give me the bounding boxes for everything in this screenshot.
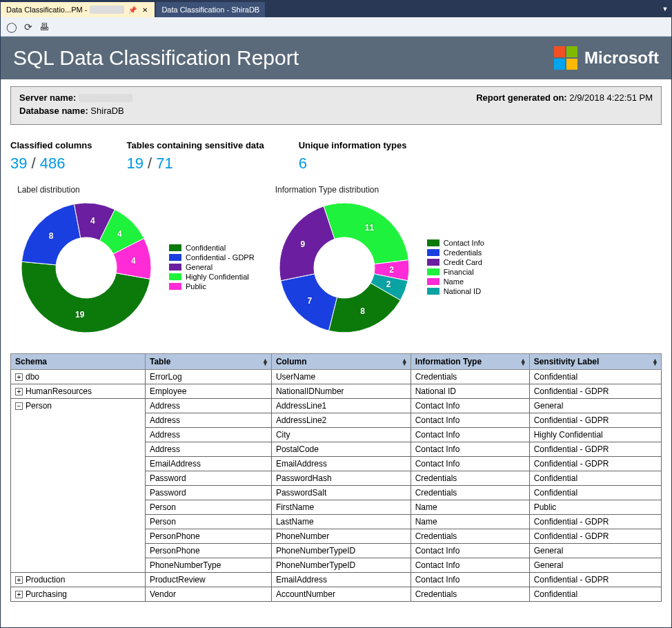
cell-table: ErrorLog xyxy=(145,370,271,384)
legend-swatch xyxy=(427,259,439,266)
cell-column: UserName xyxy=(271,370,411,384)
slice-value: 4 xyxy=(90,216,95,226)
database-name-label: Database name: xyxy=(19,106,88,116)
legend-swatch xyxy=(169,283,181,290)
cell-label: Confidential - GDPR xyxy=(529,413,661,428)
stat-info-types: Unique information types 6 xyxy=(299,140,407,173)
cell-column: LastName xyxy=(271,515,411,529)
cell-info: Contact Info xyxy=(411,442,529,457)
chart-legend: ConfidentialConfidential - GDPRGeneralHi… xyxy=(169,244,255,292)
cell-column: PhoneNumberTypeID xyxy=(271,544,411,558)
expand-icon[interactable]: + xyxy=(15,373,23,381)
cell-info: Credentials xyxy=(411,529,529,544)
legend-item: Confidential - GDPR xyxy=(169,253,255,262)
cell-label: Confidential - GDPR xyxy=(529,515,661,529)
cell-info: Credentials xyxy=(411,370,529,384)
expand-icon[interactable]: + xyxy=(15,591,23,598)
legend-item: Name xyxy=(427,277,484,286)
cell-info: Contact Info xyxy=(411,413,529,428)
cell-column: PhoneNumberTypeID xyxy=(271,558,411,573)
cell-label: Confidential - GDPR xyxy=(529,457,661,471)
legend-swatch xyxy=(169,264,181,271)
legend-item: Contact Info xyxy=(427,239,484,247)
sort-icon[interactable]: ▲▼ xyxy=(262,359,268,365)
cell-label: Public xyxy=(529,500,661,515)
sort-icon[interactable]: ▲▼ xyxy=(520,359,526,365)
legend-label: Credit Card xyxy=(444,258,482,266)
table-row: −PersonAddressAddressLine1Contact InfoGe… xyxy=(11,399,662,413)
report-metadata: Server name: xxxx Database name: ShiraDB… xyxy=(10,86,662,125)
close-icon[interactable]: ✕ xyxy=(141,6,149,14)
pin-icon[interactable]: 📌 xyxy=(127,6,138,14)
cell-column: AddressLine1 xyxy=(271,399,411,413)
collapse-icon[interactable]: − xyxy=(15,402,23,410)
cell-table: Address xyxy=(145,442,271,457)
slice-value: 11 xyxy=(365,223,374,233)
cell-table: Person xyxy=(145,500,271,515)
column-header[interactable]: Schema xyxy=(11,354,146,370)
print-icon[interactable]: 🖶 xyxy=(39,21,49,32)
cell-table: EmailAddress xyxy=(145,457,271,471)
microsoft-logo: Microsoft xyxy=(554,46,659,70)
cell-table: Address xyxy=(145,428,271,442)
charts-container: Label distribution 198444 ConfidentialCo… xyxy=(17,185,662,337)
legend-label: Credentials xyxy=(444,248,482,257)
cell-column: PostalCode xyxy=(271,442,411,457)
column-header[interactable]: Table▲▼ xyxy=(145,354,271,370)
slice-value: 9 xyxy=(301,239,306,249)
refresh-icon[interactable]: ⟳ xyxy=(24,21,32,32)
legend-item: Confidential xyxy=(169,244,255,252)
cell-label: General xyxy=(529,399,661,413)
schema-cell: +dbo xyxy=(11,370,146,384)
back-icon[interactable]: ◯ xyxy=(6,21,17,32)
cell-column: EmailAddress xyxy=(271,573,411,587)
cell-info: National ID xyxy=(411,384,529,399)
cell-column: FirstName xyxy=(271,500,411,515)
cell-label: Confidential - GDPR xyxy=(529,573,661,587)
cell-table: Person xyxy=(145,515,271,529)
expand-icon[interactable]: + xyxy=(15,576,23,584)
cell-table: Vendor xyxy=(145,587,271,602)
generated-label: Report generated on: xyxy=(476,92,566,103)
tab-overflow-dropdown[interactable]: ▼ xyxy=(659,1,671,17)
legend-item: General xyxy=(169,263,255,271)
slice-value: 8 xyxy=(360,306,365,316)
microsoft-logo-text: Microsoft xyxy=(584,48,659,68)
cell-info: Contact Info xyxy=(411,558,529,573)
column-header[interactable]: Information Type▲▼ xyxy=(411,354,529,370)
cell-table: PersonPhone xyxy=(145,544,271,558)
chart-legend: Contact InfoCredentialsCredit CardFinanc… xyxy=(427,239,484,297)
tab-redacted-text: xxxx xyxy=(90,6,124,14)
cell-info: Contact Info xyxy=(411,573,529,587)
cell-info: Credentials xyxy=(411,486,529,500)
legend-label: National ID xyxy=(444,287,481,295)
cell-info: Contact Info xyxy=(411,457,529,471)
tab-inactive[interactable]: Data Classification - ShiraDB xyxy=(156,2,265,17)
slice-value: 4 xyxy=(117,229,122,239)
expand-icon[interactable]: + xyxy=(15,388,23,395)
cell-label: General xyxy=(529,558,661,573)
stat-classified-columns: Classified columns 39 / 486 xyxy=(10,140,92,173)
cell-table: PhoneNumberType xyxy=(145,558,271,573)
cell-info: Name xyxy=(411,515,529,529)
column-header[interactable]: Column▲▼ xyxy=(271,354,411,370)
cell-column: EmailAddress xyxy=(271,457,411,471)
legend-item: Financial xyxy=(427,268,484,276)
schema-cell: +HumanResources xyxy=(11,384,146,399)
report-toolbar: ◯ ⟳ 🖶 xyxy=(1,17,671,37)
stat-label: Tables containing sensitive data xyxy=(126,140,264,150)
tab-label: Data Classification - ShiraDB xyxy=(161,6,259,14)
sort-icon[interactable]: ▲▼ xyxy=(652,359,658,365)
report-header: SQL Data Classification Report Microsoft xyxy=(1,37,671,79)
column-header[interactable]: Sensitivity Label▲▼ xyxy=(529,354,661,370)
cell-table: Employee xyxy=(145,384,271,399)
legend-label: Name xyxy=(444,277,464,286)
sort-icon[interactable]: ▲▼ xyxy=(402,359,408,365)
tab-active[interactable]: Data Classificatio...PM - xxxx 📌 ✕ xyxy=(1,2,155,17)
table-row: +dboErrorLogUserNameCredentialsConfident… xyxy=(11,370,662,384)
cell-info: Name xyxy=(411,500,529,515)
cell-label: Confidential - GDPR xyxy=(529,529,661,544)
cell-label: General xyxy=(529,544,661,558)
server-name-value: xxxx xyxy=(79,94,132,102)
schema-cell: +Purchasing xyxy=(11,587,146,602)
